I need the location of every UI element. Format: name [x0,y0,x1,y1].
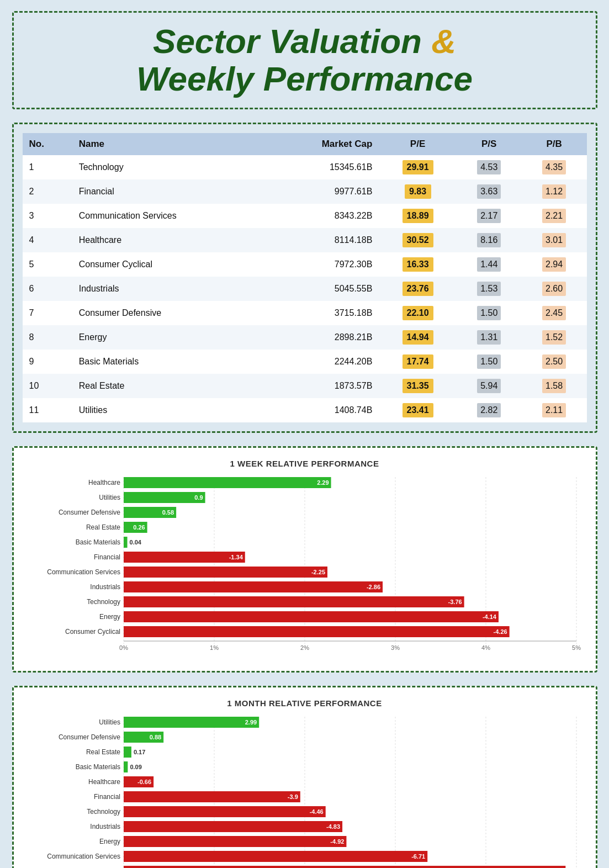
cell-pb: 3.01 [522,228,587,252]
bar-value: 0.17 [133,749,145,755]
cell-ps: 2.82 [457,398,522,422]
chart2-bars: Utilities2.99Consumer Defensive0.88Real … [27,717,582,868]
cell-market-cap: 3715.18B [267,301,379,325]
bar-rect [124,806,326,817]
cell-name: Utilities [72,398,267,422]
bar-label: Basic Materials [75,763,120,771]
bar-rect [124,791,300,802]
bar-label: Communication Services [47,853,120,860]
bar-rect [124,552,245,563]
bar-rect [124,836,346,847]
cell-no: 6 [23,277,72,301]
cell-no: 2 [23,179,72,204]
cell-pe: 30.52 [379,228,456,252]
main-title: Sector Valuation & Weekly Performance [30,23,579,98]
cell-pe: 29.91 [379,155,456,179]
col-pe: P/E [379,133,456,155]
bar-value: -6.71 [411,853,425,860]
table-row: 5 Consumer Cyclical 7972.30B 16.33 1.44 … [23,252,587,277]
bar-rect [124,611,499,622]
cell-pe: 14.94 [379,325,456,350]
cell-pb: 2.60 [522,277,587,301]
title-line1: Sector Valuation [153,22,422,60]
bar-label: Energy [99,613,120,621]
cell-no: 8 [23,325,72,350]
bar-rect [124,747,131,758]
table-row: 8 Energy 2898.21B 14.94 1.31 1.52 [23,325,587,350]
title-ampersand: & [431,22,456,60]
cell-pe: 23.41 [379,398,456,422]
x-tick-label: 3% [391,644,400,651]
cell-ps: 5.94 [457,374,522,398]
bar-value: -4.92 [330,838,344,845]
bar-value: -4.46 [309,808,323,815]
cell-market-cap: 7972.30B [267,252,379,277]
col-no: No. [23,133,72,155]
cell-ps: 1.50 [457,301,522,325]
cell-pe: 18.89 [379,204,456,228]
cell-ps: 4.53 [457,155,522,179]
cell-market-cap: 9977.61B [267,179,379,204]
cell-pe: 9.83 [379,179,456,204]
bar-value: -2.25 [311,569,325,575]
bar-value: 0.9 [194,494,203,501]
cell-ps: 8.16 [457,228,522,252]
cell-pe: 31.35 [379,374,456,398]
table-row: 11 Utilities 1408.74B 23.41 2.82 2.11 [23,398,587,422]
valuation-table: No. Name Market Cap P/E P/S P/B 1 Techno… [23,133,587,422]
table-row: 6 Industrials 5045.55B 23.76 1.53 2.60 [23,277,587,301]
chart2-title: 1 MONTH RELATIVE PERFORMANCE [27,698,582,708]
cell-name: Basic Materials [72,350,267,374]
table-body: 1 Technology 15345.61B 29.91 4.53 4.35 2… [23,155,587,422]
cell-no: 4 [23,228,72,252]
bar-rect [124,477,331,488]
cell-pb: 1.58 [522,374,587,398]
cell-market-cap: 15345.61B [267,155,379,179]
bar-label: Real Estate [86,748,120,756]
cell-pe: 17.74 [379,350,456,374]
cell-name: Industrials [72,277,267,301]
cell-ps: 1.50 [457,350,522,374]
bar-rect [124,567,327,578]
cell-ps: 1.53 [457,277,522,301]
cell-ps: 1.44 [457,252,522,277]
bar-label: Healthcare [88,778,120,786]
bar-rect [124,626,510,637]
bar-value: -4.83 [326,823,340,830]
cell-ps: 2.17 [457,204,522,228]
x-tick-label: 0% [119,644,128,651]
bar-label: Utilities [99,718,120,726]
bar-label: Consumer Defensive [58,733,120,741]
x-tick-label: 5% [572,644,581,651]
bar-value: -3.9 [287,793,298,800]
col-pb: P/B [522,133,587,155]
bar-label: Industrials [90,583,120,591]
cell-market-cap: 5045.55B [267,277,379,301]
bar-rect [124,761,128,772]
bar-label: Real Estate [86,523,120,531]
bar-value: -0.66 [137,779,151,785]
title-line2: Weekly Performance [136,60,473,98]
cell-name: Technology [72,155,267,179]
bar-rect [124,492,205,503]
bar-value: -4.14 [482,613,496,620]
bar-label: Technology [87,598,120,606]
bar-label: Financial [93,553,120,561]
title-box: Sector Valuation & Weekly Performance [12,11,597,109]
chart-svg: Utilities2.99Consumer Defensive0.88Real … [27,717,582,868]
bar-value: -2.86 [366,584,380,590]
bar-value: -3.76 [448,599,462,605]
cell-ps: 1.31 [457,325,522,350]
cell-no: 1 [23,155,72,179]
bar-label: Technology [87,808,120,816]
table-box: No. Name Market Cap P/E P/S P/B 1 Techno… [12,123,597,433]
chart2-box: 1 MONTH RELATIVE PERFORMANCE Utilities2.… [12,686,597,868]
bar-rect [124,537,128,548]
bar-value: 0.26 [133,524,145,531]
bar-rect [124,596,464,607]
cell-no: 11 [23,398,72,422]
cell-pb: 2.21 [522,204,587,228]
col-name: Name [72,133,267,155]
bar-value: -1.34 [229,554,243,560]
cell-no: 7 [23,301,72,325]
